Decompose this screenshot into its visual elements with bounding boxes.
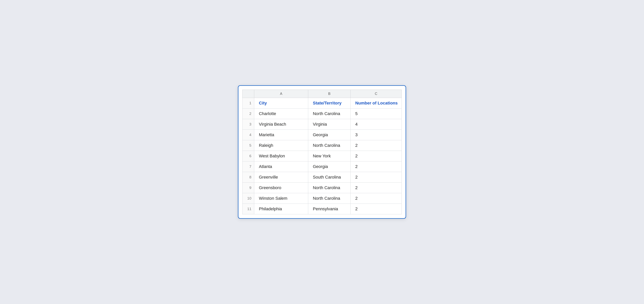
row-num-cell: 9 bbox=[242, 183, 254, 193]
col-c-header: C bbox=[350, 90, 402, 98]
cell-locations[interactable]: 2 bbox=[350, 140, 402, 151]
spreadsheet-header-row: 1 City State/Territory Number of Locatio… bbox=[242, 98, 402, 109]
corner-header bbox=[242, 90, 254, 98]
cell-city[interactable]: Raleigh bbox=[254, 140, 308, 151]
cell-locations[interactable]: 2 bbox=[350, 193, 402, 204]
table-row: 3 Virginia Beach Virginia 4 bbox=[242, 119, 402, 130]
cell-locations[interactable]: 2 bbox=[350, 161, 402, 172]
row-num-cell: 11 bbox=[242, 204, 254, 214]
cell-locations[interactable]: 2 bbox=[350, 183, 402, 193]
cell-locations[interactable]: 2 bbox=[350, 151, 402, 161]
cell-city[interactable]: Charlotte bbox=[254, 109, 308, 119]
row-num-cell: 5 bbox=[242, 140, 254, 151]
spreadsheet-table: A B C 1 City State/Territory Number of L… bbox=[242, 90, 402, 214]
cell-state[interactable]: North Carolina bbox=[308, 140, 350, 151]
cell-city[interactable]: Greensboro bbox=[254, 183, 308, 193]
row-num-cell: 3 bbox=[242, 119, 254, 130]
cell-city[interactable]: Philadelphia bbox=[254, 204, 308, 214]
header-state[interactable]: State/Territory bbox=[308, 98, 350, 109]
cell-locations[interactable]: 2 bbox=[350, 204, 402, 214]
cell-state[interactable]: New York bbox=[308, 151, 350, 161]
cell-city[interactable]: Marietta bbox=[254, 130, 308, 140]
table-row: 10 Winston Salem North Carolina 2 bbox=[242, 193, 402, 204]
row-num-cell: 1 bbox=[242, 98, 254, 109]
table-row: 2 Charlotte North Carolina 5 bbox=[242, 109, 402, 119]
cell-locations[interactable]: 5 bbox=[350, 109, 402, 119]
row-num-cell: 8 bbox=[242, 172, 254, 183]
cell-locations[interactable]: 2 bbox=[350, 172, 402, 183]
row-num-cell: 7 bbox=[242, 161, 254, 172]
row-num-cell: 10 bbox=[242, 193, 254, 204]
cell-city[interactable]: Atlanta bbox=[254, 161, 308, 172]
col-b-header: B bbox=[308, 90, 350, 98]
row-num-cell: 4 bbox=[242, 130, 254, 140]
table-row: 11 Philadelphia Pennsylvania 2 bbox=[242, 204, 402, 214]
cell-locations[interactable]: 3 bbox=[350, 130, 402, 140]
cell-locations[interactable]: 4 bbox=[350, 119, 402, 130]
row-num-cell: 6 bbox=[242, 151, 254, 161]
column-header-row: A B C bbox=[242, 90, 402, 98]
cell-city[interactable]: West Babylon bbox=[254, 151, 308, 161]
spreadsheet-container: A B C 1 City State/Territory Number of L… bbox=[238, 85, 406, 219]
cell-state[interactable]: Virginia bbox=[308, 119, 350, 130]
cell-city[interactable]: Greenville bbox=[254, 172, 308, 183]
table-row: 9 Greensboro North Carolina 2 bbox=[242, 183, 402, 193]
cell-state[interactable]: Georgia bbox=[308, 130, 350, 140]
table-row: 7 Atlanta Georgia 2 bbox=[242, 161, 402, 172]
table-row: 8 Greenville South Carolina 2 bbox=[242, 172, 402, 183]
cell-city[interactable]: Winston Salem bbox=[254, 193, 308, 204]
row-num-cell: 2 bbox=[242, 109, 254, 119]
table-row: 4 Marietta Georgia 3 bbox=[242, 130, 402, 140]
header-locations[interactable]: Number of Locations bbox=[350, 98, 402, 109]
table-row: 6 West Babylon New York 2 bbox=[242, 151, 402, 161]
cell-state[interactable]: North Carolina bbox=[308, 193, 350, 204]
cell-state[interactable]: Georgia bbox=[308, 161, 350, 172]
cell-state[interactable]: Pennsylvania bbox=[308, 204, 350, 214]
cell-state[interactable]: South Carolina bbox=[308, 172, 350, 183]
cell-state[interactable]: North Carolina bbox=[308, 109, 350, 119]
header-city[interactable]: City bbox=[254, 98, 308, 109]
col-a-header: A bbox=[254, 90, 308, 98]
cell-state[interactable]: North Carolina bbox=[308, 183, 350, 193]
cell-city[interactable]: Virginia Beach bbox=[254, 119, 308, 130]
table-row: 5 Raleigh North Carolina 2 bbox=[242, 140, 402, 151]
